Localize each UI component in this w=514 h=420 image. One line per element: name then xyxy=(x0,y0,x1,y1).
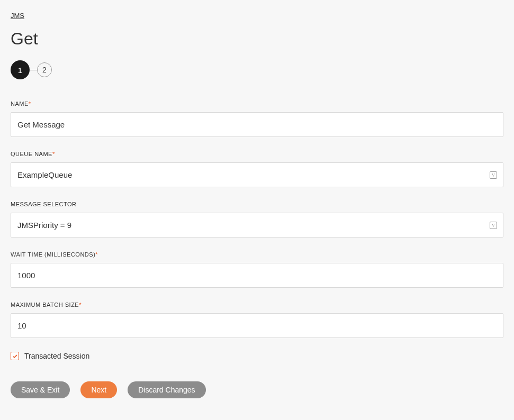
check-icon xyxy=(12,353,18,359)
save-exit-button[interactable]: Save & Exit xyxy=(11,381,70,398)
label-message-selector: MESSAGE SELECTOR xyxy=(11,201,503,207)
max-batch-size-input[interactable] xyxy=(11,313,503,338)
message-selector-input[interactable] xyxy=(11,213,503,238)
label-name-text: NAME xyxy=(11,101,29,107)
wait-time-input[interactable] xyxy=(11,263,503,288)
step-2[interactable]: 2 xyxy=(37,62,52,77)
form-group-queue-name: QUEUE NAME* V xyxy=(11,151,503,187)
checkbox-group-transacted: Transacted Session xyxy=(11,352,503,360)
input-wrapper: V xyxy=(11,162,503,187)
step-1[interactable]: 1 xyxy=(11,60,30,79)
variable-icon[interactable]: V xyxy=(490,222,497,229)
form-group-max-batch-size: MAXIMUM BATCH SIZE* xyxy=(11,302,503,338)
transacted-session-checkbox[interactable] xyxy=(11,352,19,360)
queue-name-input[interactable] xyxy=(11,162,503,187)
breadcrumb-jms[interactable]: JMS xyxy=(11,12,24,20)
input-wrapper: V xyxy=(11,213,503,238)
required-indicator: * xyxy=(52,151,55,157)
label-name: NAME* xyxy=(11,101,503,107)
label-message-selector-text: MESSAGE SELECTOR xyxy=(11,201,77,207)
discard-changes-button[interactable]: Discard Changes xyxy=(128,381,205,398)
button-row: Save & Exit Next Discard Changes xyxy=(11,381,503,398)
label-max-batch-size-text: MAXIMUM BATCH SIZE xyxy=(11,302,79,308)
label-wait-time-text: WAIT TIME (MILLISECONDS) xyxy=(11,251,95,258)
required-indicator: * xyxy=(79,302,82,308)
label-max-batch-size: MAXIMUM BATCH SIZE* xyxy=(11,302,503,308)
label-wait-time: WAIT TIME (MILLISECONDS)* xyxy=(11,251,503,258)
step-connector xyxy=(30,70,37,70)
label-queue-name: QUEUE NAME* xyxy=(11,151,503,157)
variable-icon[interactable]: V xyxy=(490,171,497,179)
transacted-session-label[interactable]: Transacted Session xyxy=(24,352,89,360)
name-input[interactable] xyxy=(11,112,503,137)
required-indicator: * xyxy=(95,251,98,258)
form-group-name: NAME* xyxy=(11,101,503,137)
page-title: Get xyxy=(11,29,503,49)
required-indicator: * xyxy=(29,101,31,107)
form-group-wait-time: WAIT TIME (MILLISECONDS)* xyxy=(11,251,503,288)
next-button[interactable]: Next xyxy=(80,381,117,398)
stepper: 1 2 xyxy=(11,60,503,79)
form-group-message-selector: MESSAGE SELECTOR V xyxy=(11,201,503,238)
label-queue-name-text: QUEUE NAME xyxy=(11,151,52,157)
